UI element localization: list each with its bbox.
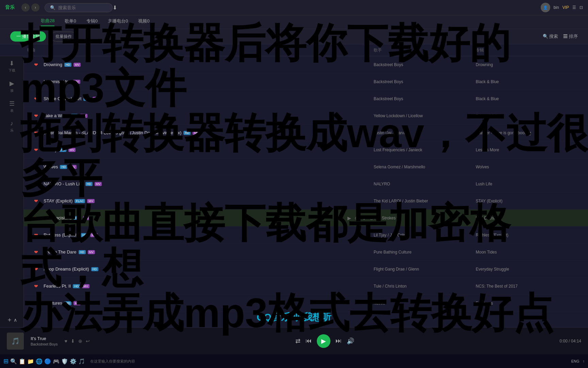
heart-icon[interactable]: ❤ <box>34 62 39 67</box>
tab-songs[interactable]: 歌曲28 <box>41 18 54 26</box>
play-pause-button[interactable]: ▶ <box>317 334 330 348</box>
more-song-icon[interactable]: ⊗ <box>370 215 374 221</box>
search-bar[interactable]: 🔍 <box>45 3 113 12</box>
back-button[interactable]: ‹ <box>21 3 30 12</box>
table-row[interactable]: ❤ STAY (Explicit) FLACMV The Kid LAROI /… <box>24 193 588 210</box>
sidebar-add[interactable]: ＋ ∧ <box>6 316 17 324</box>
windows-icon[interactable]: ⊞ <box>3 357 9 365</box>
heart-icon[interactable]: ❤ <box>34 181 39 187</box>
play-all-button[interactable]: 一 播放全部 <box>10 31 46 42</box>
edge-icon[interactable]: 🔵 <box>44 358 51 365</box>
settings-icon[interactable]: ☰ <box>572 5 576 10</box>
sidebar-item-play[interactable]: ▶ 放 <box>10 80 14 93</box>
heart-icon[interactable]: ❤ <box>34 283 39 289</box>
heart-icon[interactable]: ❤ <box>34 249 39 255</box>
taskbar-right: ENG ↑ <box>571 359 585 363</box>
qq-watermark: QQ音乐 听我想听 <box>257 311 331 324</box>
table-row[interactable]: ❤ Take a While HDMV Yellow Lockdown / Li… <box>24 107 588 124</box>
task-icon-7[interactable]: 🎵 <box>78 358 85 365</box>
sidebar-item-music[interactable]: ♪ 乐 <box>10 120 14 133</box>
share-action-icon[interactable]: ↩ <box>86 338 90 344</box>
batch-ops-button[interactable]: 批量操作 <box>51 32 76 42</box>
sidebar-list-label: 表 <box>10 108 14 113</box>
heart-icon[interactable]: ❤ <box>34 215 39 221</box>
forward-button[interactable]: › <box>31 3 39 12</box>
tab-radio[interactable]: 主播电台0 <box>108 18 128 26</box>
browser-icon[interactable]: 🌐 <box>36 358 43 365</box>
song-title-text: Fearless Pt. II <box>44 283 71 289</box>
file-explorer-icon[interactable]: 📁 <box>27 358 34 365</box>
sidebar-item-list[interactable]: ☰ 表 <box>9 100 15 113</box>
add-song-icon[interactable]: ⊕ <box>355 215 359 221</box>
table-row[interactable]: ❤ Bad Decisions HDMV ▶ ⊕ ⬇ ⊗ The Strokes… <box>24 210 588 227</box>
song-artist: Nevve <box>374 301 476 306</box>
song-artist: Pure Bathing Culture <box>374 250 476 255</box>
download-icon: ⬇ <box>9 60 14 67</box>
table-row[interactable]: ❤ Justin Dai,Marvin - SLANDER-Love is go… <box>24 124 588 141</box>
task-search-icon[interactable]: 🔍 <box>10 358 17 365</box>
heart-icon[interactable]: ❤ <box>34 96 39 102</box>
table-row[interactable]: ❤ Hoop Dreams (Explicit) HD Flight Gang … <box>24 261 588 278</box>
badge-hd: HD <box>183 131 191 135</box>
song-title-text: Wolves <box>44 164 58 169</box>
heart-icon[interactable]: ❤ <box>34 301 39 306</box>
steam-icon[interactable]: 🎮 <box>53 358 60 365</box>
heart-icon[interactable]: ❤ <box>34 130 39 136</box>
table-row[interactable]: ❤ Fractures HDMV Nevve Fractures <box>24 295 588 312</box>
table-row[interactable]: ❤ Ruthless (Explicit) HDMV Lil Tjay / Ja… <box>24 227 588 244</box>
heart-action-icon[interactable]: ♥ <box>64 338 67 344</box>
sidebar-item-download[interactable]: ⬇ 下载 <box>9 60 15 73</box>
song-name: Dream The Dare HDMV <box>44 249 374 255</box>
task-icon-5[interactable]: 🛡️ <box>61 358 68 365</box>
prev-button[interactable]: ⏮ <box>306 337 312 344</box>
task-view-icon[interactable]: 📋 <box>19 358 26 365</box>
badge-hd: HD <box>85 182 93 186</box>
song-list: ❤ Drowning HDMV Backstreet Boys Drowning… <box>24 56 588 327</box>
col-song-header[interactable]: 歌曲 <box>10 47 374 53</box>
tab-playlists[interactable]: 歌单0 <box>65 18 76 26</box>
avatar[interactable]: 👤 <box>541 3 550 12</box>
table-row[interactable]: ❤ Fearless Pt. II HDMV Tule / Chris Lint… <box>24 278 588 295</box>
search-right-icon[interactable]: 🔍 搜索 <box>543 33 558 40</box>
heart-icon[interactable]: ❤ <box>34 232 39 238</box>
heart-icon[interactable]: ❤ <box>34 113 39 119</box>
tab-videos[interactable]: 视频0 <box>138 18 149 26</box>
heart-icon[interactable]: ❤ <box>34 79 39 85</box>
badge-hd: HD <box>64 63 71 67</box>
song-album: Slander - Love is gone bootleg <box>476 131 578 135</box>
table-row[interactable]: ❤ Drowning HDMV Backstreet Boys Drowning <box>24 56 588 73</box>
sort-right-icon[interactable]: ☰ 排序 <box>563 33 578 40</box>
window-icon[interactable]: ⊡ <box>579 5 583 10</box>
song-name: Take a While HDMV <box>44 113 374 118</box>
download-button[interactable]: ⬇ <box>113 4 117 11</box>
heart-icon[interactable]: ❤ <box>34 266 39 272</box>
heart-icon[interactable]: ❤ <box>34 198 39 204</box>
table-row[interactable]: ❤ NALYRO - Lush Life HDMV NALYRO Lush Li… <box>24 175 588 193</box>
table-row[interactable]: ❤ Reality HDMV Lost Frequencies / Janiec… <box>24 141 588 158</box>
search-input[interactable] <box>58 5 107 10</box>
download-action-icon[interactable]: ⬇ <box>71 338 75 344</box>
col-artist-header[interactable]: 歌手 <box>374 47 476 53</box>
taskbar-lang: ENG <box>571 359 579 363</box>
next-button[interactable]: ⏭ <box>336 337 342 344</box>
task-icon-6[interactable]: ⚙️ <box>70 358 77 365</box>
table-row[interactable]: ❤ Dream The Dare HDMV Pure Bathing Cultu… <box>24 244 588 261</box>
table-row[interactable]: ❤ I Promise You MV Backstreet Boys Black… <box>24 73 588 90</box>
tab-bar: 歌曲28 歌单0 专辑0 主播电台0 视频0 <box>0 15 588 29</box>
shuffle-button[interactable]: ⇄ <box>295 337 300 345</box>
download-song-icon[interactable]: ⬇ <box>362 215 366 221</box>
task-search-bar[interactable]: 在这里输入你要搜索的内容 <box>90 359 135 364</box>
heart-icon[interactable]: ❤ <box>34 147 39 153</box>
table-row[interactable]: ❤ Wolves HDMV Selena Gomez / Marshmello … <box>24 158 588 175</box>
play-song-icon[interactable]: ▶ <box>347 215 351 221</box>
add-action-icon[interactable]: ⊕ <box>78 338 82 344</box>
col-album-header[interactable]: 专辑 <box>476 47 578 53</box>
heart-icon[interactable]: ❤ <box>34 164 39 170</box>
volume-button[interactable]: 🔊 <box>347 337 354 345</box>
sort-icon[interactable]: 🔍 搜索 ☰ 排序 <box>543 33 578 40</box>
song-artist: The Kid LAROI / Justin Bieber <box>374 199 476 203</box>
song-album: Black & Blue <box>476 96 578 101</box>
table-row[interactable]: ❤ Shape Of My Heart HDMV Backstreet Boys… <box>24 90 588 107</box>
tab-albums[interactable]: 专辑0 <box>86 18 98 26</box>
badge-hd: HD <box>74 216 81 220</box>
